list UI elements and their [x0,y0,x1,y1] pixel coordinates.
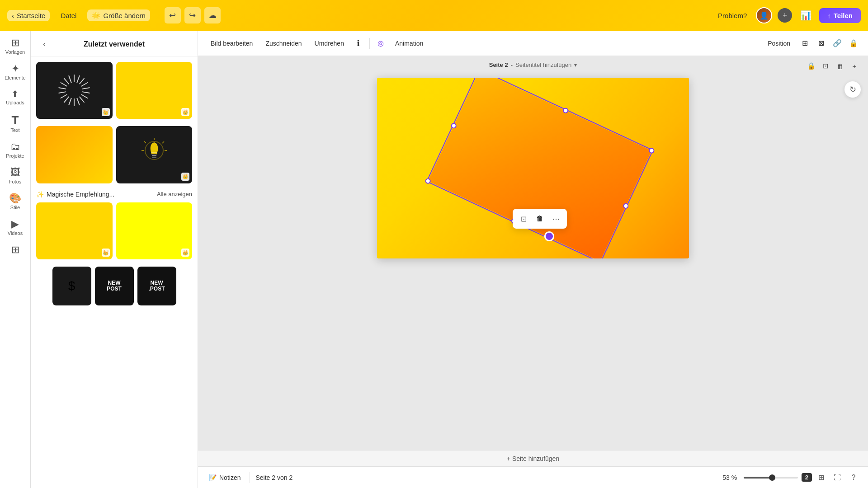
redo-button[interactable]: ↪ [184,7,201,23]
recent-thumb-4[interactable]: 👑 [116,126,193,183]
zoom-controls: 53 % 2 ⊞ ⛶ ? [720,470,861,485]
videos-label: Videos [8,230,23,236]
slide-element[interactable] [428,78,652,258]
grid-view-button[interactable]: ⊞ [814,470,828,485]
magic-thumb-1[interactable]: 👑 [36,202,113,259]
context-more-button[interactable]: ⋯ [549,211,563,226]
header-right: Problem? 👤 + 📊 ↑ Teilen [714,7,861,23]
svg-line-8 [77,98,80,105]
recent-thumb-3[interactable] [36,126,113,183]
recent-thumb-2[interactable]: 👑 [116,62,193,119]
recent-thumb-1[interactable]: 👑 [36,62,113,119]
slide-canvas[interactable]: ⊡ 🗑 ⋯ [377,78,689,258]
yellow-solid-thumbnail [116,62,193,119]
sidebar-item-fotos[interactable]: 🖼 Fotos [2,164,29,188]
cloud-save-button[interactable]: ☁ [204,7,221,23]
stile-label: Stile [10,205,20,210]
sidebar-item-uploads[interactable]: ⬆ Uploads [2,86,29,109]
grid-icon[interactable]: ⊠ [814,36,828,51]
text-elements-row: $ NEWPOST NEW.POST [36,267,192,305]
page-separator: - [511,61,513,68]
new-post-label-2: NEW.POST [148,280,165,292]
animation-button[interactable]: Animation [390,37,429,50]
dollar-text-thumb[interactable]: $ [52,267,91,305]
zuschneiden-button[interactable]: Zuschneiden [260,37,307,50]
crown-badge-5: 👑 [102,249,110,257]
page-title[interactable]: Seitentitel hinzufügen [515,61,571,68]
panel-back-button[interactable]: ‹ [38,38,51,51]
sidebar-item-stile[interactable]: 🎨 Stile [2,190,29,214]
left-panel-header: ‹ Zuletzt verwendet [31,31,198,56]
zoom-slider-fill [744,477,773,479]
sidebar-item-text[interactable]: T Text [2,111,29,136]
groesse-label: Größe ändern [103,12,145,19]
refresh-button[interactable]: ↻ [844,81,861,98]
problem-button[interactable]: Problem? [714,10,750,21]
add-user-button[interactable]: + [778,8,792,23]
help-button[interactable]: ? [846,470,861,485]
svg-line-17 [69,75,71,83]
home-button[interactable]: ‹ Startseite [7,10,50,21]
filter-icon[interactable]: ⊞ [797,36,812,51]
fullscreen-button[interactable]: ⛶ [830,470,844,485]
info-button[interactable]: ℹ [351,36,366,51]
context-delete-button[interactable]: 🗑 [533,211,547,226]
copy-page-icon[interactable]: ⊡ [819,60,832,72]
magic-section-header: ✨ Magische Empfehlung... Alle anzeigen [36,191,192,198]
slide-background: ⊡ 🗑 ⋯ [377,78,689,258]
svg-line-1 [77,75,80,83]
sidebar-item-vorlagen[interactable]: ⊞ Vorlagen [2,34,29,58]
notes-button[interactable]: 📝 Notizen [205,472,244,483]
sidebar-item-projekte[interactable]: 🗂 Projekte [2,138,29,162]
avatar[interactable]: 👤 [756,7,772,23]
crown-badge-6: 👑 [181,249,189,257]
svg-line-14 [59,88,66,89]
analytics-button[interactable]: 📊 [797,7,814,23]
link-icon[interactable]: 🔗 [830,36,844,51]
recent-items-grid-2: 👑 [36,126,192,183]
sunburst-thumbnail [36,62,113,119]
new-post-label-1: NEWPOST [107,280,122,292]
status-icons: 2 ⊞ ⛶ ? [802,470,861,485]
share-button[interactable]: ↑ Teilen [819,8,861,23]
lock-page-icon[interactable]: 🔒 [805,60,817,72]
crown-badge-4: 👑 [181,173,189,181]
svg-line-2 [80,78,85,84]
page-action-icons: 🔒 ⊡ 🗑 + [805,60,861,72]
add-page-icon[interactable]: + [848,60,861,72]
yellow-gradient-thumbnail [36,126,113,183]
show-all-link[interactable]: Alle anzeigen [157,191,192,197]
undo-button[interactable]: ↩ [165,7,181,23]
zoom-slider[interactable] [744,477,798,479]
uploads-label: Uploads [6,100,24,105]
umdrehen-button[interactable]: Umdrehen [309,37,349,50]
page-info: Seite 2 von 2 [255,474,292,481]
context-copy-button[interactable]: ⊡ [516,211,531,226]
groesse-button[interactable]: 🌟 Größe ändern [87,9,150,21]
datei-button[interactable]: Datei [57,10,80,21]
page-dropdown-button[interactable]: ▾ [574,62,577,68]
crown-badge-1: 👑 [102,108,110,116]
fotos-icon: 🖼 [10,168,20,178]
add-page-bar[interactable]: + Seite hinzufügen [198,450,868,466]
projekte-icon: 🗂 [10,142,20,152]
magic-thumb-2[interactable]: 👑 [116,202,193,259]
sidebar-item-elemente[interactable]: ✦ Elemente [2,60,29,84]
header: ‹ Startseite Datei 🌟 Größe ändern ↩ ↪ ☁ … [0,0,868,31]
dollar-icon: $ [68,279,75,293]
projekte-label: Projekte [6,153,24,159]
sidebar-item-videos[interactable]: ▶ Videos [2,216,29,239]
rotation-handle[interactable] [544,231,554,241]
toolbar-right: Position ⊞ ⊠ 🔗 🔒 [762,36,861,51]
text-label: Text [10,127,19,133]
lock-icon[interactable]: 🔒 [846,36,861,51]
new-post-text-thumb-2[interactable]: NEW.POST [137,267,176,305]
sidebar-item-more[interactable]: ⊞ [2,241,29,258]
crown-badge-2: 👑 [181,108,189,116]
bild-bearbeiten-button[interactable]: Bild bearbeiten [205,37,258,50]
stile-icon: 🎨 [9,193,21,203]
toolbar: Bild bearbeiten Zuschneiden Umdrehen ℹ ◎… [198,31,868,56]
delete-page-icon[interactable]: 🗑 [834,60,846,72]
position-button[interactable]: Position [762,37,796,50]
new-post-text-thumb-1[interactable]: NEWPOST [95,267,134,305]
